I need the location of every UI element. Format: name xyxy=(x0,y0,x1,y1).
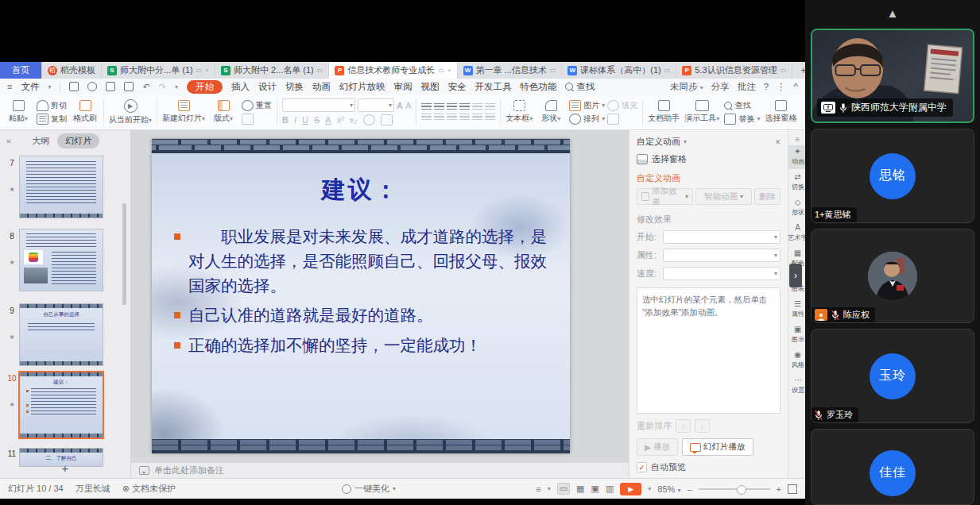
notes-view-button[interactable]: ▥ xyxy=(606,484,614,494)
indent-icon[interactable] xyxy=(459,103,470,111)
export-icon[interactable] xyxy=(87,82,97,91)
share-button[interactable]: 分享 xyxy=(711,81,730,93)
caret-down-icon[interactable]: ▾ xyxy=(175,83,178,91)
format-painter-button[interactable]: 格式刷 xyxy=(72,96,99,128)
checkbox-checked-icon[interactable]: ✓ xyxy=(637,462,647,472)
cut-button[interactable]: 剪切 xyxy=(37,100,67,111)
print-icon[interactable] xyxy=(106,82,115,91)
menu-item-transition[interactable]: 切换 xyxy=(285,81,304,93)
reading-view-button[interactable]: ▣ xyxy=(591,484,599,494)
tab-sheet-2[interactable]: S 师大附中 2...名单 (1) ▭ xyxy=(215,62,329,79)
zoom-slider[interactable] xyxy=(699,488,770,490)
fullscreen-icon[interactable] xyxy=(788,484,797,494)
zoom-level[interactable]: 85% ▾ xyxy=(657,484,680,494)
caret-down-icon[interactable]: ▾ xyxy=(648,485,651,492)
help-icon[interactable]: ? xyxy=(764,82,769,91)
drag-handle-icon[interactable]: ≡ xyxy=(796,135,800,144)
hamburger-icon[interactable]: ≡ xyxy=(7,82,12,91)
notes-bar[interactable]: 单击此处添加备注 xyxy=(131,462,629,478)
add-slide-button[interactable]: + xyxy=(0,461,130,475)
participant-tile[interactable]: 玉玲 罗玉玲 xyxy=(811,329,974,423)
normal-view-button[interactable]: ▭ xyxy=(557,483,570,495)
slides-tab[interactable]: 幻灯片 xyxy=(57,133,99,148)
menu-item-features[interactable]: 特色功能 xyxy=(520,81,556,93)
close-panel-icon[interactable]: × xyxy=(775,137,781,148)
menu-item-start[interactable]: 开始 xyxy=(187,80,223,94)
redo-icon[interactable]: ↷ xyxy=(159,82,166,92)
menu-item-devtools[interactable]: 开发工具 xyxy=(475,81,511,93)
layout-button[interactable]: 版式▾ xyxy=(210,96,237,128)
participant-tile[interactable]: 佳佳 xyxy=(811,429,974,505)
play-from-current-button[interactable]: ▶ 从当前开始▾ xyxy=(109,96,152,128)
tab-active-presentation[interactable]: P 信息技术教师专业成长 ▭ × xyxy=(329,62,457,79)
participant-tile[interactable]: 思铭 1+黄思铭 xyxy=(811,129,974,223)
arrange-button[interactable]: 排列 xyxy=(583,114,599,125)
one-click-beautify-button[interactable]: 一键美化 ▾ xyxy=(342,483,396,495)
slide-thumbnail-10-selected[interactable]: 建议： xyxy=(18,371,104,439)
bullet-list-icon[interactable] xyxy=(421,103,432,111)
menu-item-security[interactable]: 安全 xyxy=(447,81,466,93)
slide-thumbnail-9[interactable]: 自己从事的选择 xyxy=(19,303,103,366)
outline-tab[interactable]: 大纲 xyxy=(32,135,49,147)
sidebar-settings[interactable]: ⋮设置 xyxy=(788,374,807,398)
speed-select[interactable]: ▾ xyxy=(663,267,781,280)
slide-body[interactable]: 职业发展是对未来发展、成才道路的选择，是对人生的选择，是否能照顾自己、回报父母、… xyxy=(174,225,559,364)
replace-button[interactable]: 替换▾ xyxy=(724,114,760,125)
collapse-up-icon[interactable]: ▲ xyxy=(887,6,899,20)
doc-assistant-button[interactable]: 文档助手 xyxy=(648,96,680,128)
comment-button[interactable]: 批注 xyxy=(738,81,756,93)
shapes-button[interactable]: 形状▾ xyxy=(537,96,564,128)
sidebar-wordart[interactable]: A艺术字 xyxy=(788,222,807,245)
paste-button[interactable]: 粘贴▾ xyxy=(5,96,32,128)
find-button[interactable]: 查找 xyxy=(724,100,760,111)
move-down-button[interactable]: ↓ xyxy=(695,419,710,433)
tab-home[interactable]: 首页 xyxy=(0,62,42,79)
property-select[interactable]: ▾ xyxy=(663,249,781,262)
sidebar-shapes[interactable]: ◇形状 xyxy=(788,196,807,220)
reset-button[interactable]: 重置 xyxy=(242,100,272,111)
undo-icon[interactable]: ↶ xyxy=(142,82,149,92)
sidebar-diagram[interactable]: ▣图示 xyxy=(788,323,807,347)
slide-editor[interactable]: 建议： 职业发展是对未来发展、成才道路的选择，是对人生的选择，是否能照顾自己、回… xyxy=(152,139,570,453)
collapse-ribbon-icon[interactable]: ^ xyxy=(794,82,798,91)
caret-down-icon[interactable]: ▾ xyxy=(684,138,687,145)
tab-sheet-1[interactable]: S 师大附中分...单 (1) ▭ × xyxy=(102,62,215,79)
doc-protection-status[interactable]: ⊗ 文档未保护 xyxy=(122,483,176,495)
print-preview-icon[interactable] xyxy=(124,82,134,91)
tab-word-2[interactable]: W 课标体系（高中）(1) ▭ xyxy=(562,62,676,79)
menu-item-view[interactable]: 视图 xyxy=(420,81,439,93)
menu-item-slideshow[interactable]: 幻灯片放映 xyxy=(339,81,385,93)
slideshow-button[interactable]: ▶ xyxy=(620,483,641,495)
smart-animation-button[interactable]: 智能动画▾ xyxy=(695,188,752,205)
start-select[interactable]: ▾ xyxy=(663,230,781,244)
animation-list-box[interactable]: 选中幻灯片的某个元素，然后单击“添加效果”添加动画。 xyxy=(637,287,781,414)
presentation-tools-button[interactable]: 演示工具▾ xyxy=(684,96,719,128)
selection-pane-row[interactable]: 选择窗格 xyxy=(637,153,781,165)
save-icon[interactable] xyxy=(69,82,79,91)
menu-item-animation[interactable]: 动画 xyxy=(312,81,331,93)
find-menu[interactable]: 查找 xyxy=(565,81,595,93)
tab-close-icon[interactable]: × xyxy=(447,67,451,74)
sidebar-transition[interactable]: ⇄切换 xyxy=(788,171,807,195)
selection-pane-button[interactable]: 选择窗格 xyxy=(765,96,796,128)
move-up-button[interactable]: ↑ xyxy=(676,419,691,433)
sidebar-style[interactable]: ◉风格 xyxy=(788,349,807,372)
zoom-slider-knob[interactable] xyxy=(737,485,746,495)
zoom-out-button[interactable]: – xyxy=(687,484,691,494)
collapse-animation-panel-button[interactable]: › xyxy=(789,264,802,287)
sidebar-properties[interactable]: ☰属性 xyxy=(788,298,807,322)
menu-item-insert[interactable]: 插入 xyxy=(231,81,250,93)
sync-status[interactable]: 未同步 ▾ xyxy=(670,81,703,93)
zoom-in-button[interactable]: + xyxy=(777,484,781,494)
font-name-combobox[interactable]: ▾ xyxy=(282,98,355,112)
tab-ppt-2[interactable]: P 5.3认识信息资源管理 ▭ xyxy=(676,62,792,79)
slide-thumbnail-7[interactable] xyxy=(19,156,103,218)
add-effect-button[interactable]: 添加效果▾ xyxy=(637,188,693,205)
tab-close-icon[interactable]: × xyxy=(205,67,209,74)
file-menu[interactable]: 文件 xyxy=(21,81,39,93)
collapse-panel-icon[interactable]: « xyxy=(6,136,11,145)
text-box-button[interactable]: 文本框▾ xyxy=(505,96,533,128)
participant-tile[interactable]: 陈应权 xyxy=(811,229,974,323)
more-icon[interactable]: ⋮ xyxy=(777,81,786,92)
notes-toggle-icon[interactable]: ≡ xyxy=(536,484,540,494)
